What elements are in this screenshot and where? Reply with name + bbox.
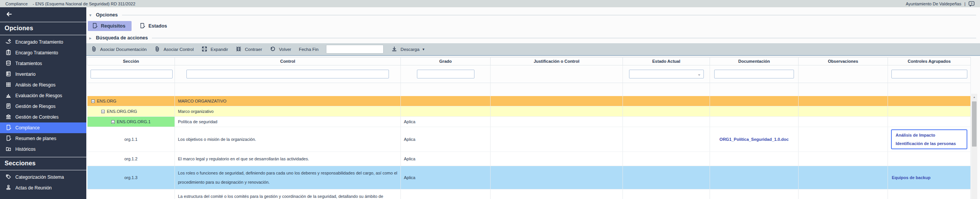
collapse-row-icon[interactable] <box>101 110 105 113</box>
sidebar-item-label: Compliance <box>15 125 40 130</box>
controles-agrupados-filter-input[interactable] <box>891 70 967 78</box>
seccion-label: org.1.3 <box>124 175 137 180</box>
sidebar-item-tratamientos[interactable]: Tratamientos <box>0 58 86 69</box>
divider <box>152 38 976 38</box>
download-icon <box>391 46 397 53</box>
control-agrupado-link[interactable]: Identificación de las personas <box>895 139 964 148</box>
grado-cell: Aplica <box>401 189 491 199</box>
column-header-seccion: Sección <box>87 57 175 65</box>
seccion-label: ENS.ORG <box>97 99 117 103</box>
folder-plus-icon <box>5 146 12 153</box>
stamp-icon <box>5 184 12 192</box>
table-filter-row: ⌄ <box>87 65 971 83</box>
seccion-cell: ENS.ORG <box>87 96 175 106</box>
sidebar-item-historicos[interactable]: Históricos <box>0 144 86 155</box>
sidebar-item-resumen-de-planes[interactable]: Resumen de planes <box>0 133 86 144</box>
column-header-control: Control <box>175 57 401 65</box>
sidebar-item-label: Gestión de Controles <box>15 114 59 120</box>
table-header-row: SecciónControlGradoJustificación o Contr… <box>87 57 971 65</box>
column-header-estado-actual: Estado Actual <box>623 57 710 65</box>
sidebar-item-inventario[interactable]: Inventario <box>0 69 86 80</box>
table-scrollbar[interactable]: ▴ <box>971 94 977 199</box>
estado-actual-cell <box>623 96 710 106</box>
fecha-fin-label: Fecha Fin <box>299 47 318 52</box>
asociar-control-button[interactable]: Asociar Control <box>154 46 194 53</box>
control-agrupado-link[interactable]: Análisis de Impacto <box>895 131 964 139</box>
controles-agrupados-cell <box>888 106 971 117</box>
collapse-open-icon: ▾ <box>89 13 93 17</box>
contraer-button[interactable]: Contraer <box>236 46 262 53</box>
tab-requisitos[interactable]: Requisitos <box>88 21 132 31</box>
grado-cell <box>401 96 491 106</box>
options-panel-label: Opciones <box>96 12 118 18</box>
justificacion-cell <box>491 189 623 199</box>
sidebar-collapse-button[interactable] <box>0 7 86 22</box>
justificacion-cell <box>491 117 623 127</box>
scroll-up-icon[interactable]: ▴ <box>971 94 977 100</box>
controles-agrupados-cell <box>888 117 971 127</box>
sidebar-item-actas-de-reunion[interactable]: Actas de Reunión <box>0 183 86 193</box>
sidebar-item-categorizacion-sistema[interactable]: Categorización Sistema <box>0 172 86 183</box>
column-header-grado: Grado <box>401 57 491 65</box>
sidebar-item-encargado-tratamiento[interactable]: Encargado Tratamiento <box>0 37 86 47</box>
inventory-icon <box>5 71 12 78</box>
seccion-cell: org.1.2 <box>87 152 175 166</box>
documentacion-cell: ORG1_Política_Seguridad_1.0.doc <box>710 127 799 152</box>
asociar-documentacion-button[interactable]: Asociar Documentación <box>91 46 147 53</box>
tab-estados[interactable]: Estados <box>135 21 173 31</box>
expandir-button[interactable]: Expandir <box>201 46 228 53</box>
empty-row <box>87 83 971 96</box>
control-cell: El marco legal y regulatorio en el que s… <box>175 152 401 166</box>
search-panel-header[interactable]: ▸ Búsqueda de acciones <box>86 34 980 42</box>
seccion-cell: ENS.ORG.ORG <box>87 106 175 117</box>
documentacion-cell <box>710 96 799 106</box>
compliance-table: SecciónControlGradoJustificación o Contr… <box>87 57 971 199</box>
volver-button[interactable]: Volver <box>270 46 291 53</box>
descarga-button[interactable]: Descarga ▾ <box>391 46 424 53</box>
control-filter-input[interactable] <box>186 70 389 78</box>
grado-cell: Aplica <box>401 117 491 127</box>
paperclip-icon <box>154 46 160 53</box>
justificacion-cell <box>491 127 623 152</box>
controles-agrupados-cell <box>888 96 971 106</box>
seccion-label: org.1.2 <box>124 157 137 161</box>
control-cell: Los roles o funciones de seguridad, defi… <box>175 166 401 189</box>
table-row: org.1.4La estructura del comité o los co… <box>87 189 971 199</box>
sidebar-item-gestion-de-riesgos[interactable]: Gestión de Riesgos <box>0 101 86 112</box>
help-icon[interactable] <box>968 1 975 7</box>
table-row: ENS.ORGMARCO ORGANIZATIVO <box>87 96 971 106</box>
estado-actual-filter-select[interactable]: ⌄ <box>629 70 704 78</box>
sidebar-item-gestion-de-controles[interactable]: Gestión de Controles <box>0 112 86 122</box>
documentacion-filter-input[interactable] <box>714 70 794 78</box>
file-pencil-icon <box>5 135 12 142</box>
scrollbar-thumb[interactable] <box>972 101 977 147</box>
sidebar-item-evaluacion-de-riesgos[interactable]: Evaluación de Riesgos <box>0 90 86 101</box>
sidebar-item-label: Encargo Tratamiento <box>15 50 58 55</box>
documento-link[interactable]: ORG1_Política_Seguridad_1.0.doc <box>713 137 795 142</box>
search-panel-label: Búsqueda de acciones <box>96 35 148 41</box>
sidebar-item-compliance[interactable]: Compliance <box>0 122 86 133</box>
seccion-filter-input[interactable] <box>91 70 173 78</box>
collapse-row-icon[interactable] <box>111 120 115 124</box>
sidebar-item-analisis-de-riesgos[interactable]: Análisis de Riesgos <box>0 80 86 90</box>
collapse-row-icon[interactable] <box>91 100 95 103</box>
seccion-label: ENS.ORG.ORG <box>107 109 137 114</box>
grado-filter-input[interactable] <box>417 70 474 78</box>
sidebar-item-encargo-tratamiento[interactable]: Encargo Tratamiento <box>0 47 86 58</box>
file-pencil-icon <box>139 23 145 30</box>
org-name: Ayuntamiento De Valdepeñas <box>906 2 962 6</box>
options-panel-header[interactable]: ▾ Opciones <box>86 11 980 19</box>
caret-down-icon: ▾ <box>423 47 425 51</box>
button-label: Asociar Documentación <box>100 47 147 52</box>
control-text: Política de seguridad <box>178 117 397 126</box>
document-icon <box>5 103 12 110</box>
control-cell: Política de seguridad <box>175 117 401 127</box>
button-label: Asociar Control <box>163 47 194 52</box>
file-pencil-icon <box>5 124 12 132</box>
table-row: org.1.2El marco legal y regulatorio en e… <box>87 152 971 166</box>
control-agrupado-link[interactable]: Equipos de backup <box>891 173 967 182</box>
breadcrumb: Compliance - ENS (Esquema Nacional de Se… <box>5 2 139 6</box>
control-text: Marco organizativo <box>178 107 397 116</box>
fecha-fin-input[interactable] <box>326 45 384 54</box>
sidebar-section-title-secciones: Secciones <box>0 157 86 170</box>
